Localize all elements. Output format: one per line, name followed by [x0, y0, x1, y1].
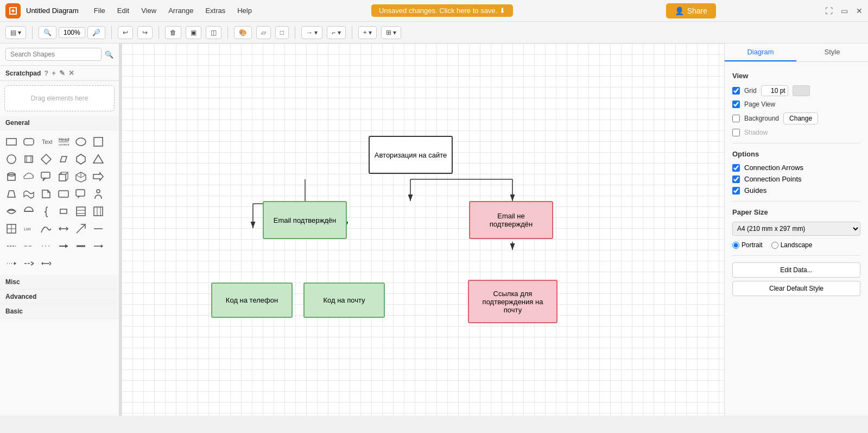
clear-style-button[interactable]: Clear Default Style [732, 281, 860, 296]
shape-vert-lines[interactable] [90, 203, 106, 219]
shape-3d-box[interactable] [55, 168, 72, 185]
page-view-checkbox[interactable] [732, 101, 740, 108]
menu-edit[interactable]: Edit [112, 5, 135, 16]
grid-color-swatch[interactable] [793, 85, 810, 96]
shape-arc[interactable] [3, 203, 20, 219]
shape-cross[interactable] [3, 221, 20, 237]
shape-curve[interactable] [38, 221, 54, 237]
shape-connector-2[interactable] [38, 238, 54, 254]
menu-view[interactable]: View [136, 5, 162, 16]
shape-rect-rounded-2[interactable] [55, 186, 72, 202]
zoom-in-button[interactable]: 🔎 [87, 26, 105, 39]
shadow-button[interactable]: ◫ [206, 26, 221, 39]
delete-button[interactable]: 🗑 [165, 26, 181, 39]
shape-double-arrow[interactable] [55, 221, 72, 237]
edit-scratchpad-icon[interactable]: ✎ [59, 69, 65, 77]
shape-hexagon[interactable] [73, 151, 89, 167]
shape-triangle[interactable] [90, 151, 106, 167]
shape-circle[interactable] [3, 151, 20, 167]
shape-half-circle[interactable] [21, 203, 37, 219]
menu-arrange[interactable]: Arrange [163, 5, 199, 16]
shape-parallelogram[interactable] [55, 151, 72, 167]
waypoint-button[interactable]: ⌐ ▾ [327, 26, 345, 39]
zoom-out-button[interactable]: 🔍 [39, 26, 56, 39]
fill-color-button[interactable]: 🎨 [234, 26, 252, 39]
canvas-area[interactable]: Авторизация на сайте Email подтверждён E… [122, 43, 724, 416]
shape-rounded-rect[interactable] [21, 134, 37, 150]
line-color-button[interactable]: ▱ [256, 26, 271, 39]
shape-box-3d-2[interactable] [73, 168, 89, 185]
shape-connector-3[interactable] [55, 238, 72, 254]
paper-size-select[interactable]: A4 (210 mm x 297 mm) [732, 222, 860, 236]
shape-cloud[interactable] [21, 168, 37, 185]
shadow-checkbox[interactable] [732, 129, 740, 136]
shape-thick-line[interactable] [73, 238, 89, 254]
node-auth[interactable]: Авторизация на сайте [369, 136, 453, 174]
menu-file[interactable]: File [88, 5, 111, 16]
shape-small-rect[interactable] [55, 203, 72, 219]
node-code-email[interactable]: Код на почту [303, 283, 385, 318]
drag-area[interactable]: Drag elements here [4, 85, 115, 111]
node-email-not-confirmed[interactable]: Email неподтверждён [469, 201, 553, 239]
shape-heading[interactable]: Headingcontent [55, 134, 72, 150]
shape-square[interactable] [90, 134, 106, 150]
insert-button[interactable]: + ▾ [358, 26, 377, 39]
close-scratchpad-icon[interactable]: ✕ [68, 69, 74, 77]
shape-text[interactable]: Text [38, 134, 54, 150]
shape-arrow-up-right[interactable] [73, 221, 89, 237]
section-general[interactable]: General [0, 116, 119, 130]
shape-process[interactable] [21, 151, 37, 167]
shape-speech-bubble[interactable] [73, 186, 89, 202]
tab-style[interactable]: Style [796, 43, 868, 61]
shape-horiz-lines[interactable] [73, 203, 89, 219]
shape-trapezoid[interactable] [3, 186, 20, 202]
shape-arrow-right[interactable] [90, 168, 106, 185]
shape-diamond[interactable] [38, 151, 54, 167]
menu-help[interactable]: Help [232, 5, 257, 16]
connection-points-checkbox[interactable] [732, 175, 740, 183]
shape-rect[interactable] [3, 134, 20, 150]
section-advanced[interactable]: Advanced [0, 290, 119, 304]
undo-button[interactable]: ↩ [118, 26, 133, 39]
edit-data-button[interactable]: Edit Data... [732, 262, 860, 278]
shape-double-head-arrow[interactable] [38, 255, 54, 272]
shape-brace[interactable] [38, 203, 54, 219]
node-email-confirmed[interactable]: Email подтверждён [263, 201, 347, 239]
shape-person[interactable] [90, 186, 106, 202]
shape-callout[interactable] [38, 168, 54, 185]
redo-button[interactable]: ↪ [137, 26, 153, 39]
zoom-value[interactable]: 100% [59, 27, 85, 38]
shape-dash-arrow-line[interactable] [21, 255, 37, 272]
minimize-icon[interactable]: ▭ [838, 4, 851, 17]
shape-dashed-line[interactable] [3, 238, 20, 254]
tab-diagram[interactable]: Diagram [725, 43, 796, 61]
change-button[interactable]: Change [783, 112, 818, 124]
share-button[interactable]: 👤 Share [666, 3, 716, 18]
add-scratchpad-icon[interactable]: + [52, 69, 56, 77]
shape-dot-line[interactable] [3, 255, 20, 272]
shape-ellipse[interactable] [73, 134, 89, 150]
table-button[interactable]: ⊞ ▾ [381, 26, 401, 39]
connection-arrows-checkbox[interactable] [732, 164, 740, 172]
fullscreen-icon[interactable]: ⛶ [822, 4, 835, 17]
node-confirm-link[interactable]: Ссылка дляподтверждения напочту [468, 280, 557, 323]
landscape-radio[interactable] [771, 242, 778, 249]
shape-list[interactable]: List [21, 221, 37, 237]
shape-arrow-line[interactable] [90, 238, 106, 254]
section-basic[interactable]: Basic [0, 304, 119, 319]
connector-button[interactable]: → ▾ [301, 26, 322, 39]
shape-line[interactable] [90, 221, 106, 237]
menu-extras[interactable]: Extras [200, 5, 231, 16]
grid-checkbox[interactable] [732, 87, 740, 95]
grid-size-input[interactable] [761, 85, 788, 96]
save-button[interactable]: Unsaved changes. Click here to save. ⬇ [371, 4, 513, 17]
sidebar-toggle-button[interactable]: ▤ ▾ [5, 26, 26, 39]
shape-doc[interactable] [38, 186, 54, 202]
search-input[interactable] [5, 48, 102, 61]
shape-button[interactable]: □ [275, 26, 289, 39]
node-code-phone[interactable]: Код на телефон [211, 283, 293, 318]
portrait-radio[interactable] [732, 242, 739, 249]
background-checkbox[interactable] [732, 115, 740, 122]
shape-wave[interactable] [21, 186, 37, 202]
shape-cylinder[interactable] [3, 168, 20, 185]
